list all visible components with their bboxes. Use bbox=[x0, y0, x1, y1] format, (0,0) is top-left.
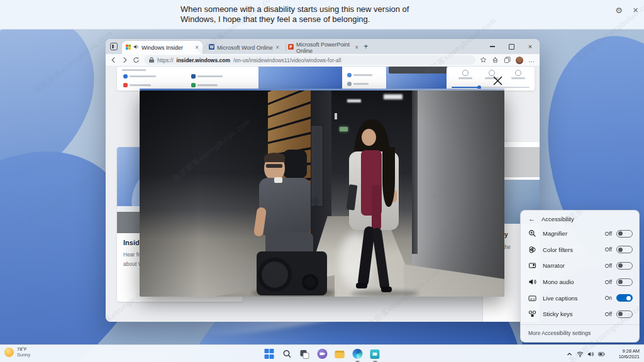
media-control[interactable] bbox=[455, 70, 475, 79]
widget-header-text bbox=[122, 69, 146, 71]
chat-camera-icon bbox=[317, 349, 327, 359]
live-captions-toggle[interactable] bbox=[616, 294, 633, 302]
media-control[interactable] bbox=[508, 70, 528, 79]
page-cta-button[interactable] bbox=[389, 67, 448, 74]
task-view-icon bbox=[303, 353, 309, 359]
taskbar: 78°F Sunny 9:28 AM 10/6/2021 bbox=[0, 344, 644, 362]
widget-text-line bbox=[197, 75, 223, 77]
taskbar-clock[interactable]: 9:28 AM 10/6/2021 bbox=[608, 348, 640, 359]
captions-close-icon[interactable]: × bbox=[633, 4, 638, 15]
desktop: When someone with a disability starts us… bbox=[0, 0, 644, 362]
accessibility-item-mono-audio[interactable]: Mono audio Off bbox=[521, 274, 639, 290]
search-button[interactable] bbox=[282, 349, 292, 359]
article-title-fragment: y bbox=[504, 231, 508, 238]
tab-close-icon[interactable]: × bbox=[195, 45, 199, 51]
tab-windows-insider[interactable]: Windows Insider × bbox=[122, 41, 203, 54]
narrator-icon bbox=[528, 261, 536, 270]
task-view-button[interactable] bbox=[299, 349, 310, 359]
refresh-icon[interactable] bbox=[133, 57, 140, 63]
video-frame[interactable] bbox=[140, 90, 504, 297]
accessibility-panel-title: Accessibility bbox=[541, 216, 574, 222]
window-close-button[interactable]: × bbox=[521, 39, 540, 54]
tab-label: Windows Insider bbox=[142, 45, 183, 51]
back-arrow-icon[interactable]: ← bbox=[528, 215, 535, 222]
edge-button[interactable] bbox=[352, 349, 363, 359]
collections-icon[interactable] bbox=[504, 57, 511, 63]
accessibility-item-live-captions[interactable]: Live captions On bbox=[521, 290, 639, 306]
teal-app-icon bbox=[370, 349, 380, 359]
tab-actions-menu-icon[interactable] bbox=[110, 43, 118, 50]
sun-icon bbox=[4, 348, 14, 357]
tab-close-icon[interactable]: × bbox=[275, 45, 279, 51]
wifi-icon[interactable] bbox=[577, 351, 584, 358]
color-filters-toggle[interactable] bbox=[616, 246, 633, 253]
caption-line-1: When someone with a disability starts us… bbox=[180, 4, 409, 14]
toggle-state-label: Off bbox=[605, 263, 612, 269]
tab-word-online[interactable]: W Microsoft Word Online × bbox=[205, 41, 283, 54]
mono-audio-icon bbox=[528, 278, 536, 286]
page-widget-card[interactable] bbox=[342, 67, 386, 90]
media-progress-slider[interactable] bbox=[452, 87, 530, 88]
video-vignette bbox=[140, 90, 504, 297]
back-icon[interactable] bbox=[110, 57, 117, 63]
insider-app-button[interactable] bbox=[370, 349, 380, 359]
toggle-state-label: Off bbox=[605, 311, 612, 317]
narrator-toggle[interactable] bbox=[616, 262, 633, 270]
widget-text-line bbox=[197, 84, 218, 86]
tab-powerpoint-online[interactable]: P Microsoft PowerPoint Online × bbox=[284, 41, 362, 54]
accessibility-item-label: Color filters bbox=[543, 246, 605, 253]
search-icon bbox=[282, 349, 291, 358]
toggle-state-label: Off bbox=[605, 231, 612, 237]
profile-avatar[interactable] bbox=[516, 57, 523, 64]
mono-audio-toggle[interactable] bbox=[616, 278, 633, 286]
start-button[interactable] bbox=[264, 349, 275, 359]
minimize-button[interactable] bbox=[483, 39, 502, 54]
widget-app-icon bbox=[191, 74, 196, 79]
accessibility-item-sticky-keys[interactable]: Sticky keys Off bbox=[521, 306, 639, 322]
svg-text:P: P bbox=[289, 45, 292, 49]
battery-icon[interactable] bbox=[598, 351, 605, 358]
accessibility-item-label: Live captions bbox=[543, 295, 605, 302]
toggle-state-label: Off bbox=[605, 246, 612, 253]
maximize-button[interactable] bbox=[502, 39, 521, 54]
address-bar[interactable]: https://insider.windows.com/en-us/inside… bbox=[144, 55, 475, 65]
url-protocol: https:// bbox=[157, 57, 174, 63]
magnifier-toggle[interactable] bbox=[616, 230, 633, 238]
magnifier-icon bbox=[528, 229, 536, 238]
chat-button[interactable] bbox=[317, 349, 328, 359]
more-accessibility-settings-link[interactable]: More Accessibility settings bbox=[521, 324, 639, 336]
accessibility-item-narrator[interactable]: Narrator Off bbox=[521, 258, 639, 274]
system-tray bbox=[566, 345, 605, 362]
accessibility-item-color-filters[interactable]: Color filters Off bbox=[521, 242, 639, 258]
powerpoint-icon: P bbox=[288, 44, 294, 51]
media-controls-card[interactable] bbox=[447, 67, 535, 90]
browser-menu-ellipsis-icon[interactable]: … bbox=[528, 57, 535, 63]
forward-icon[interactable] bbox=[121, 57, 128, 63]
accessibility-item-label: Sticky keys bbox=[543, 310, 605, 317]
accessibility-flyout: ← Accessibility Magnifier Off Color filt… bbox=[520, 210, 640, 343]
weather-widget[interactable]: 78°F Sunny bbox=[4, 346, 30, 358]
clock-time: 9:28 AM bbox=[608, 348, 640, 354]
sticky-keys-toggle[interactable] bbox=[616, 310, 633, 318]
video-close-icon[interactable] bbox=[492, 75, 504, 87]
window-controls: × bbox=[483, 39, 540, 54]
caption-line-2: Windows, I hope that they feel a sense o… bbox=[180, 14, 409, 25]
new-tab-button[interactable]: + bbox=[364, 42, 369, 51]
tab-audio-speaker-icon[interactable] bbox=[133, 44, 139, 51]
browser-toolbar: https://insider.windows.com/en-us/inside… bbox=[106, 54, 540, 67]
tray-chevron-up-icon[interactable] bbox=[566, 351, 573, 358]
accessibility-item-label: Narrator bbox=[543, 262, 605, 269]
captions-settings-gear-icon[interactable]: ⚙ bbox=[615, 6, 623, 15]
accessibility-item-magnifier[interactable]: Magnifier Off bbox=[521, 226, 639, 242]
weather-temp: 78°F bbox=[17, 346, 30, 352]
file-explorer-button[interactable] bbox=[335, 349, 345, 359]
volume-icon[interactable] bbox=[587, 351, 594, 358]
svg-text:W: W bbox=[209, 45, 214, 49]
accessibility-item-label: Magnifier bbox=[543, 230, 605, 237]
page-widget-card[interactable] bbox=[117, 67, 258, 90]
tab-label: Microsoft PowerPoint Online bbox=[296, 41, 352, 54]
tab-close-icon[interactable]: × bbox=[355, 45, 358, 51]
browser-essentials-icon[interactable] bbox=[492, 57, 499, 63]
favorites-star-icon[interactable] bbox=[480, 57, 487, 63]
widget-app-icon bbox=[347, 82, 352, 86]
